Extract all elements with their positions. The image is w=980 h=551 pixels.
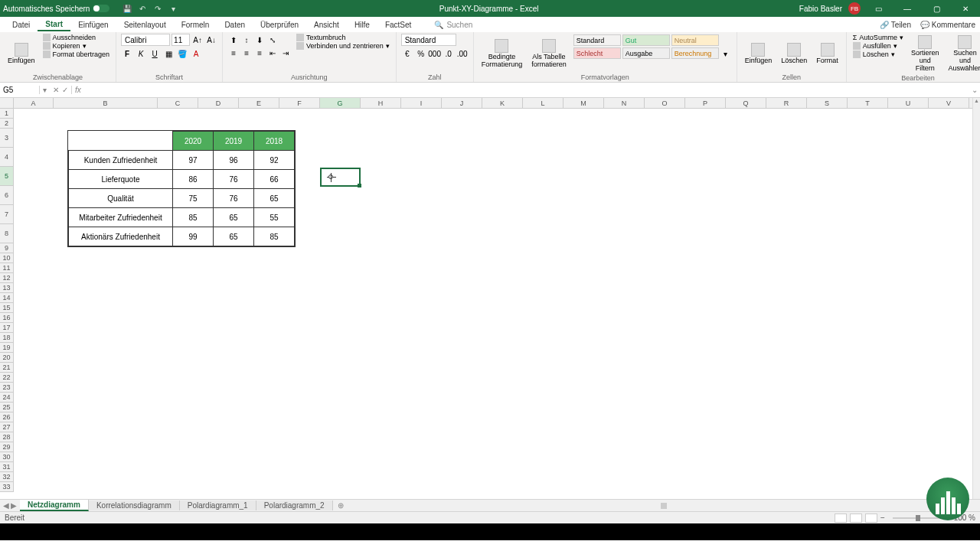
tab-factset[interactable]: FactSet	[377, 19, 419, 31]
row-header[interactable]: 3	[0, 129, 13, 148]
column-header[interactable]: P	[685, 98, 726, 108]
toggle-switch-icon[interactable]	[93, 5, 109, 12]
bold-button[interactable]: F	[121, 47, 133, 60]
row-header[interactable]: 12	[0, 273, 13, 283]
row-header[interactable]: 13	[0, 283, 13, 293]
style-schlecht[interactable]: Schlecht	[573, 47, 621, 59]
tab-ansicht[interactable]: Ansicht	[306, 19, 347, 31]
tab-ueberpruefen[interactable]: Überprüfen	[253, 19, 306, 31]
vertical-scrollbar[interactable]: ▲	[972, 98, 980, 499]
row-header[interactable]: 2	[0, 119, 13, 129]
italic-button[interactable]: K	[135, 47, 147, 60]
row-header[interactable]: 20	[0, 353, 13, 363]
scroll-up-icon[interactable]: ▲	[973, 98, 980, 106]
view-page-layout-icon[interactable]	[850, 514, 862, 523]
fill-button[interactable]: Ausfüllen ▾	[851, 42, 905, 50]
sheet-nav-next-icon[interactable]: ▶	[11, 501, 17, 510]
format-painter-button[interactable]: Format übertragen	[41, 51, 112, 58]
currency-icon[interactable]: €	[401, 47, 413, 60]
sort-filter-button[interactable]: Sortieren und Filtern	[908, 34, 942, 74]
row-header[interactable]: 33	[0, 482, 13, 492]
row-header[interactable]: 21	[0, 363, 13, 373]
delete-cells-button[interactable]: Löschen	[778, 34, 810, 73]
column-header[interactable]: C	[158, 98, 198, 108]
view-page-break-icon[interactable]	[865, 514, 877, 523]
undo-icon[interactable]: ↶	[137, 3, 148, 14]
column-header[interactable]: B	[54, 98, 158, 108]
styles-more-icon[interactable]: ▾	[720, 47, 732, 60]
column-header[interactable]: H	[361, 98, 401, 108]
row-header[interactable]: 29	[0, 442, 13, 452]
border-button[interactable]: ▦	[162, 47, 175, 60]
row-header[interactable]: 32	[0, 472, 13, 482]
column-header[interactable]: V	[929, 98, 969, 108]
align-center-icon[interactable]: ≡	[240, 47, 253, 59]
align-left-icon[interactable]: ≡	[227, 47, 240, 59]
style-standard[interactable]: Standard	[573, 34, 621, 46]
row-header[interactable]: 24	[0, 393, 13, 403]
cut-button[interactable]: Ausschneiden	[41, 34, 112, 41]
style-ausgabe[interactable]: Ausgabe	[622, 47, 670, 59]
cancel-formula-icon[interactable]: ✕	[53, 86, 59, 94]
col-header[interactable]: 2018	[254, 132, 295, 151]
fill-handle[interactable]	[358, 184, 361, 187]
zoom-out-icon[interactable]: −	[880, 514, 885, 522]
save-icon[interactable]: 💾	[122, 3, 132, 14]
paste-button[interactable]: Einfügen	[5, 34, 38, 73]
row-header[interactable]: 26	[0, 412, 13, 422]
row-header[interactable]: 31	[0, 462, 13, 472]
redo-icon[interactable]: ↷	[152, 3, 163, 14]
dec-decimal-icon[interactable]: .00	[456, 47, 469, 60]
autosave-toggle[interactable]: Automatisches Speichern	[3, 5, 109, 13]
wrap-text-button[interactable]: Textumbruch	[295, 34, 391, 41]
row-header[interactable]: 1	[0, 109, 13, 119]
tab-formeln[interactable]: Formeln	[174, 19, 217, 31]
kommentare-button[interactable]: 💬 Kommentare	[920, 21, 975, 29]
orientation-icon[interactable]: ⤡	[266, 34, 279, 46]
row-header[interactable]: 9	[0, 243, 13, 253]
row-label[interactable]: Aktionärs Zufriedenheit	[69, 227, 173, 246]
minimize-icon[interactable]: —	[896, 1, 919, 16]
user-avatar[interactable]: FB	[848, 2, 861, 15]
font-name-select[interactable]	[121, 34, 170, 46]
underline-button[interactable]: U	[149, 47, 161, 60]
column-header[interactable]: I	[401, 98, 442, 108]
sheet-tab[interactable]: Polardiagramm_2	[256, 500, 333, 510]
indent-inc-icon[interactable]: ⇥	[279, 47, 292, 59]
column-header[interactable]: D	[198, 98, 239, 108]
align-top-icon[interactable]: ⬆	[227, 34, 240, 46]
find-select-button[interactable]: Suchen und Auswählen	[945, 34, 980, 74]
font-size-select[interactable]	[172, 34, 190, 46]
close-icon[interactable]: ✕	[954, 1, 977, 16]
row-label[interactable]: Mitarbeiter Zufriedenheit	[69, 208, 173, 227]
tab-datei[interactable]: Datei	[5, 19, 38, 31]
format-as-table-button[interactable]: Als Tabelle formatieren	[528, 34, 570, 73]
align-right-icon[interactable]: ≡	[253, 47, 266, 59]
merge-button[interactable]: Verbinden und zentrieren ▾	[295, 42, 391, 50]
clear-button[interactable]: Löschen ▾	[851, 51, 905, 58]
style-berechnung[interactable]: Berechnung	[671, 47, 719, 59]
ribbon-options-icon[interactable]: ▭	[867, 1, 890, 16]
row-header[interactable]: 18	[0, 333, 13, 343]
col-header[interactable]: 2020	[173, 132, 214, 151]
row-header[interactable]: 6	[0, 186, 13, 205]
column-header[interactable]: O	[645, 98, 685, 108]
qat-dropdown-icon[interactable]: ▾	[168, 3, 178, 14]
row-header[interactable]: 16	[0, 313, 13, 323]
expand-formula-icon[interactable]: ⌄	[969, 86, 980, 94]
enter-formula-icon[interactable]: ✓	[62, 86, 68, 94]
maximize-icon[interactable]: ▢	[925, 1, 948, 16]
inc-decimal-icon[interactable]: .0	[443, 47, 455, 60]
column-header[interactable]: S	[807, 98, 848, 108]
row-header[interactable]: 22	[0, 373, 13, 383]
column-header[interactable]: Q	[726, 98, 766, 108]
row-header[interactable]: 17	[0, 323, 13, 333]
tab-einfuegen[interactable]: Einfügen	[70, 19, 116, 31]
tab-daten[interactable]: Daten	[217, 19, 253, 31]
insert-cells-button[interactable]: Einfügen	[742, 34, 776, 73]
row-header[interactable]: 28	[0, 432, 13, 442]
thousands-icon[interactable]: 000	[429, 47, 441, 60]
style-neutral[interactable]: Neutral	[671, 34, 719, 46]
column-header[interactable]: M	[564, 98, 604, 108]
column-header[interactable]: K	[482, 98, 523, 108]
